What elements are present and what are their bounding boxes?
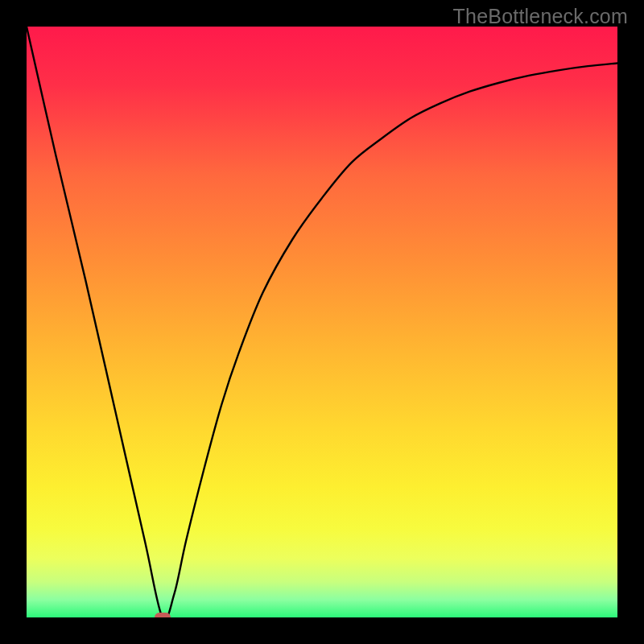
chart-frame: TheBottleneck.com xyxy=(0,0,644,644)
plot-area xyxy=(27,27,617,617)
bottleneck-curve xyxy=(27,27,617,617)
watermark-text: TheBottleneck.com xyxy=(453,5,628,28)
minimum-marker xyxy=(155,613,171,617)
